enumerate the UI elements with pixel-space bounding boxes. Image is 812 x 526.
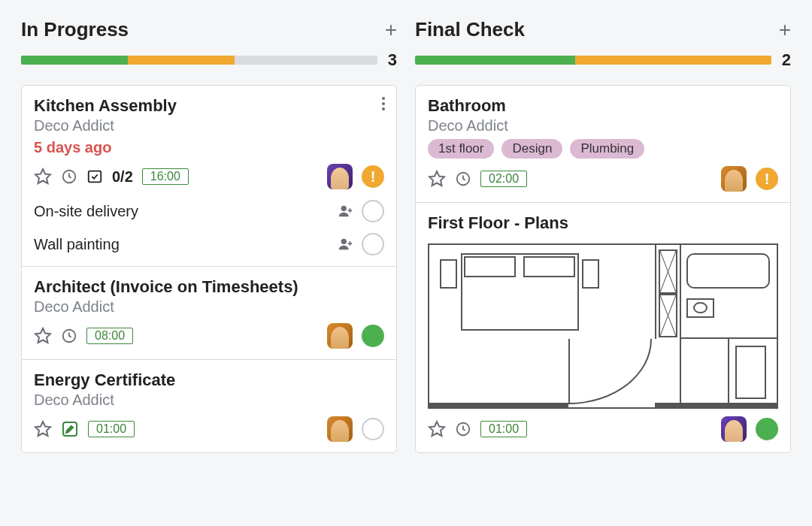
column-final-check: Final Check + 2 Bathroom Deco Addict 1st… xyxy=(415,18,791,453)
status-badge[interactable] xyxy=(362,165,384,188)
checklist-count: 0/2 xyxy=(112,168,133,186)
kanban-board: In Progress + 3 Kitchen Assembly Deco Ad… xyxy=(21,18,791,453)
star-icon[interactable] xyxy=(34,327,52,345)
card-kitchen-assembly[interactable]: Kitchen Assembly Deco Addict 5 days ago … xyxy=(22,86,396,267)
checklist-icon[interactable] xyxy=(86,168,103,185)
status-badge[interactable] xyxy=(756,418,778,440)
tag[interactable]: 1st floor xyxy=(428,139,494,159)
card-title: Energy Certificate xyxy=(34,370,384,390)
card-title: First Floor - Plans xyxy=(428,213,778,233)
svg-point-7 xyxy=(341,239,347,244)
status-badge[interactable] xyxy=(362,325,384,347)
status-badge[interactable] xyxy=(756,168,778,190)
svg-marker-10 xyxy=(35,422,50,436)
column-title: Final Check xyxy=(415,18,525,41)
column-count: 3 xyxy=(388,50,397,70)
column-in-progress: In Progress + 3 Kitchen Assembly Deco Ad… xyxy=(21,18,397,453)
time-chip[interactable]: 08:00 xyxy=(86,328,133,344)
tag[interactable]: Plumbing xyxy=(570,139,644,159)
svg-marker-12 xyxy=(429,171,444,186)
clock-icon[interactable] xyxy=(455,171,471,187)
card-subtitle: Deco Addict xyxy=(34,117,384,135)
clock-icon[interactable] xyxy=(61,168,77,185)
time-chip[interactable]: 02:00 xyxy=(480,171,527,187)
time-chip[interactable]: 01:00 xyxy=(88,421,135,437)
card-subtitle: Deco Addict xyxy=(34,298,384,316)
assignee-avatar[interactable] xyxy=(721,416,747,442)
subtask-text: On-site delivery xyxy=(34,203,138,220)
svg-marker-14 xyxy=(429,422,444,436)
subtask-text: Wall painting xyxy=(34,236,120,253)
card-title: Bathroom xyxy=(428,96,778,116)
subtask-row: On-site delivery xyxy=(34,200,384,222)
card-title: Architect (Invoice on Timesheets) xyxy=(34,277,384,297)
card-architect[interactable]: Architect (Invoice on Timesheets) Deco A… xyxy=(22,267,396,360)
add-card-button[interactable]: + xyxy=(779,20,791,41)
edit-note-icon[interactable] xyxy=(61,420,79,438)
column-title: In Progress xyxy=(21,18,129,41)
assignee-avatar[interactable] xyxy=(327,416,353,442)
clock-icon[interactable] xyxy=(455,421,471,437)
star-icon[interactable] xyxy=(428,420,446,438)
column-count: 2 xyxy=(782,50,791,70)
assignee-avatar[interactable] xyxy=(721,166,747,192)
card-subtitle: Deco Addict xyxy=(428,117,778,135)
star-icon[interactable] xyxy=(428,170,446,188)
subtask-status-dot[interactable] xyxy=(362,200,384,222)
card-title: Kitchen Assembly xyxy=(34,96,384,116)
tag[interactable]: Design xyxy=(501,139,562,159)
star-icon[interactable] xyxy=(34,420,52,438)
subtask-row: Wall painting xyxy=(34,233,384,255)
card-overdue: 5 days ago xyxy=(34,139,384,156)
svg-marker-8 xyxy=(35,328,50,343)
subtask-status-dot[interactable] xyxy=(362,233,384,255)
card-menu-icon[interactable] xyxy=(381,96,386,111)
card-first-floor-plans[interactable]: First Floor - Plans xyxy=(416,203,790,452)
time-chip[interactable]: 01:00 xyxy=(480,421,527,437)
clock-icon[interactable] xyxy=(61,328,77,344)
card-energy-certificate[interactable]: Energy Certificate Deco Addict 01:00 xyxy=(22,360,396,452)
assign-user-icon[interactable] xyxy=(338,203,354,219)
svg-rect-5 xyxy=(89,171,102,183)
assign-user-icon[interactable] xyxy=(338,236,354,252)
card-subtitle: Deco Addict xyxy=(34,391,384,409)
time-chip[interactable]: 16:00 xyxy=(142,168,189,185)
svg-point-6 xyxy=(341,206,347,211)
assignee-avatar[interactable] xyxy=(327,323,353,349)
add-card-button[interactable]: + xyxy=(385,20,397,41)
column-progress-bar xyxy=(415,56,771,65)
card-bathroom[interactable]: Bathroom Deco Addict 1st floor Design Pl… xyxy=(416,86,790,203)
column-progress-bar xyxy=(21,56,377,65)
floorplan-image xyxy=(428,243,778,409)
svg-point-1 xyxy=(382,102,385,105)
svg-point-2 xyxy=(382,107,385,110)
svg-marker-3 xyxy=(35,169,50,183)
svg-point-0 xyxy=(382,97,385,100)
assignee-avatar[interactable] xyxy=(327,164,353,189)
status-badge[interactable] xyxy=(362,418,384,440)
star-icon[interactable] xyxy=(34,168,52,186)
